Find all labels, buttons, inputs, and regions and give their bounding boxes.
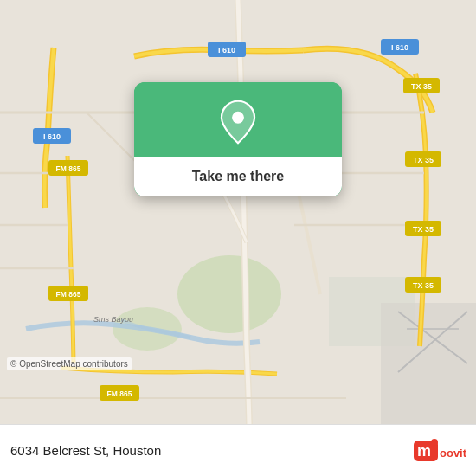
svg-text:Sms Bayou: Sms Bayou — [93, 315, 133, 324]
svg-text:TX 35: TX 35 — [413, 156, 434, 164]
svg-text:FM 865: FM 865 — [107, 389, 132, 398]
svg-text:TX 35: TX 35 — [411, 82, 432, 91]
svg-text:oovit: oovit — [440, 447, 466, 460]
moovit-logo-svg: m oovit — [414, 437, 466, 465]
svg-rect-4 — [381, 303, 476, 424]
location-pin-icon — [215, 100, 261, 145]
svg-text:I 610: I 610 — [218, 46, 235, 55]
svg-point-1 — [177, 255, 281, 333]
svg-text:TX 35: TX 35 — [413, 225, 434, 234]
svg-text:FM 865: FM 865 — [56, 164, 81, 173]
svg-text:m: m — [417, 442, 431, 460]
popup-green-area — [134, 82, 342, 157]
osm-attribution: © OpenStreetMap contributors — [7, 357, 132, 370]
svg-point-41 — [431, 439, 438, 446]
moovit-logo: m oovit — [414, 437, 466, 465]
svg-text:FM 865: FM 865 — [56, 290, 81, 299]
popup-card: Take me there — [134, 82, 342, 196]
take-me-there-button[interactable]: Take me there — [134, 157, 342, 196]
svg-point-38 — [232, 112, 244, 124]
address-text: 6034 Belcrest St, Houston — [10, 443, 414, 458]
map-container: I 610 I 610 I 610 TX 35 TX 35 TX 35 TX 3… — [0, 0, 476, 424]
bottom-bar: 6034 Belcrest St, Houston m oovit — [0, 424, 476, 476]
svg-text:I 610: I 610 — [391, 43, 408, 52]
svg-text:I 610: I 610 — [43, 132, 61, 141]
svg-text:TX 35: TX 35 — [413, 281, 434, 290]
